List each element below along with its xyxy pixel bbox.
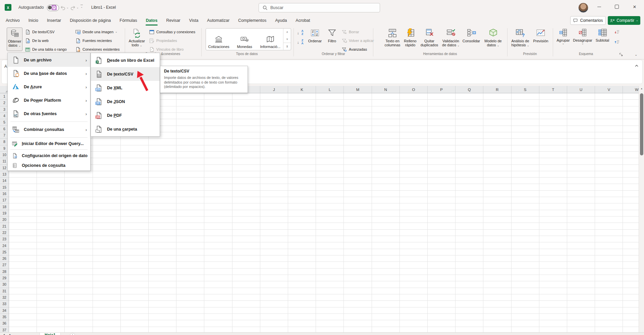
row-header[interactable]: 15	[0, 184, 9, 190]
menu-item-configuracion-origen-datos[interactable]: Configuración del origen de datos...	[8, 151, 90, 160]
column-header[interactable]: T	[539, 86, 567, 93]
row-header[interactable]: 28	[0, 269, 9, 275]
tab-insertar[interactable]: Insertar	[43, 15, 65, 26]
row-header[interactable]: 20	[0, 217, 9, 223]
from-picture-button[interactable]: Desde una imagen⌄	[75, 28, 117, 36]
vertical-scrollbar[interactable]: ▲	[639, 86, 644, 332]
menu-item-combinar-consultas[interactable]: Combinar consultas ›	[8, 123, 90, 136]
add-sheet-icon[interactable]: +	[70, 333, 75, 335]
row-header[interactable]: 27	[0, 262, 9, 268]
sort-descending-button[interactable]: ZA↓	[297, 38, 305, 46]
consolidate-button[interactable]: Consolidar	[461, 28, 482, 43]
redo-caret-icon[interactable]: ⌄	[76, 6, 79, 9]
gallery-more-icon[interactable]: ⊻	[283, 43, 291, 50]
currencies-data-type[interactable]: Monedas	[232, 29, 258, 50]
outline-dialog-launcher-icon[interactable]	[619, 53, 623, 57]
text-to-columns-button[interactable]: Texto en columnas	[382, 28, 402, 47]
data-model-button[interactable]: Modelo de datos ⌄	[482, 28, 504, 47]
avatar[interactable]	[578, 3, 588, 13]
column-header[interactable]: O	[400, 86, 428, 93]
row-header[interactable]: 16	[0, 191, 9, 197]
data-validation-button[interactable]: Validación de datos ⌄	[440, 28, 462, 47]
tab-ayuda[interactable]: Ayuda	[271, 15, 291, 26]
collapse-formula-bar-icon[interactable]	[634, 63, 640, 68]
row-header[interactable]: 36	[0, 320, 9, 327]
submenu-item-libro-excel[interactable]: X Desde un libro de Excel	[91, 53, 160, 67]
tab-complementos[interactable]: Complementos	[234, 15, 271, 26]
column-header[interactable]: N	[372, 86, 400, 93]
column-header[interactable]: J	[260, 86, 288, 93]
minimize-button[interactable]	[590, 0, 608, 13]
row-header[interactable]: 35	[0, 314, 9, 320]
row-header[interactable]: 22	[0, 230, 9, 236]
show-detail-icon[interactable]	[614, 30, 620, 35]
recent-sources-button[interactable]: Fuentes recientes	[75, 37, 112, 44]
save-icon[interactable]	[51, 4, 57, 11]
row-header[interactable]: 17	[0, 197, 9, 203]
stocks-data-type[interactable]: Cotizaciones	[206, 29, 232, 50]
column-header[interactable]: V	[595, 86, 623, 93]
menu-item-iniciar-editor-power-query[interactable]: Iniciar Editor de Power Query...	[8, 139, 90, 148]
row-header[interactable]: 21	[0, 223, 9, 229]
row-header[interactable]: 37	[0, 327, 9, 332]
maximize-button[interactable]	[608, 0, 626, 13]
menu-item-de-power-platform[interactable]: De Power Platform ›	[8, 94, 90, 107]
share-button[interactable]: Compartir ⌄	[608, 16, 640, 25]
geography-data-type[interactable]: Informació...	[257, 29, 283, 50]
get-data-button[interactable]: Obtener datos ⌄	[7, 28, 22, 51]
refresh-all-button[interactable]: Actualizar todo ⌄	[127, 28, 147, 47]
row-header[interactable]: 30	[0, 281, 9, 288]
what-if-analysis-button[interactable]: ? Análisis de hipótesis ⌄	[509, 28, 531, 47]
column-header[interactable]: L	[316, 86, 344, 93]
undo-caret-icon[interactable]: ⌄	[66, 6, 69, 9]
row-header[interactable]: 34	[0, 307, 9, 314]
from-text-csv-button[interactable]: De texto/CSV	[25, 28, 55, 36]
qat-customize-icon[interactable]: ⌄	[80, 5, 83, 8]
column-header[interactable]: P	[428, 86, 455, 93]
row-header[interactable]: 23	[0, 236, 9, 242]
row-header[interactable]: 29	[0, 275, 9, 281]
tab-datos[interactable]: Datos	[142, 15, 162, 26]
column-header[interactable]: U	[567, 86, 595, 93]
scrollbar-thumb[interactable]	[640, 93, 643, 155]
row-header[interactable]: 31	[0, 288, 9, 294]
column-header[interactable]: Q	[455, 86, 483, 93]
tab-revisar[interactable]: Revisar	[162, 15, 184, 26]
name-box[interactable]: A	[4, 64, 7, 69]
menu-item-de-una-base-de-datos[interactable]: De una base de datos ›	[8, 67, 90, 80]
from-table-range-button[interactable]: De una tabla o rango	[25, 46, 67, 53]
ungroup-button[interactable]: Desagrupar ⌄	[572, 28, 593, 45]
tab-disposicion[interactable]: Disposición de página	[65, 15, 115, 26]
filter-button[interactable]: Filtro	[325, 28, 339, 43]
sheet-tab-hoja1[interactable]: Hoja1	[40, 333, 61, 335]
forecast-sheet-button[interactable]: Previsión	[532, 28, 550, 43]
tab-vista[interactable]: Vista	[185, 15, 203, 26]
row-header[interactable]: 19	[0, 210, 9, 217]
close-button[interactable]: ✕	[626, 0, 643, 13]
menu-item-de-un-archivo[interactable]: De un archivo ›	[8, 53, 90, 67]
menu-item-de-otras-fuentes[interactable]: De otras fuentes ›	[8, 107, 90, 121]
sort-button[interactable]: ZA AZ Ordenar	[307, 28, 323, 43]
gallery-up-icon[interactable]: ∧	[283, 29, 291, 36]
row-header[interactable]: 26	[0, 255, 9, 262]
column-header[interactable]: M	[344, 86, 372, 93]
tab-formulas[interactable]: Fórmulas	[115, 15, 142, 26]
gallery-down-icon[interactable]: ∨	[283, 36, 291, 43]
flash-fill-button[interactable]: Relleno rápido	[400, 28, 420, 47]
column-header[interactable]: W	[623, 86, 639, 93]
tab-inicio[interactable]: Inicio	[24, 15, 43, 26]
queries-connections-button[interactable]: Consultas y conexiones	[149, 28, 195, 36]
column-header[interactable]: K	[288, 86, 316, 93]
hide-detail-icon[interactable]	[614, 40, 620, 45]
row-header[interactable]: 13	[0, 171, 9, 178]
collapse-ribbon-icon[interactable]: ⌄	[635, 53, 637, 56]
submenu-item-pdf[interactable]: PDF De PDF	[91, 108, 160, 122]
subtotal-button[interactable]: Subtotal	[594, 28, 611, 42]
sort-ascending-button[interactable]: AZ↓	[297, 29, 305, 37]
column-header[interactable]: R	[483, 86, 511, 93]
undo-icon[interactable]	[60, 4, 66, 11]
row-header[interactable]: 24	[0, 242, 9, 249]
column-header[interactable]: S	[512, 86, 539, 93]
sheet-nav-left-icon[interactable]: ◂	[3, 333, 5, 335]
from-web-button[interactable]: De la web	[25, 37, 49, 44]
